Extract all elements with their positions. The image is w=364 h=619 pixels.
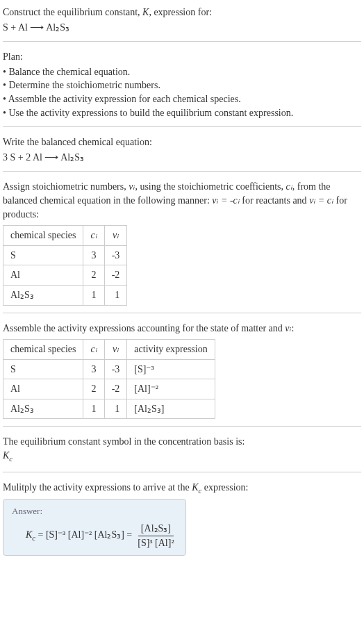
table-row: S 3 -3 [S]⁻³ bbox=[3, 359, 215, 379]
stoich-rel1: νᵢ = -cᵢ bbox=[212, 195, 240, 206]
cell-vi: -2 bbox=[104, 379, 127, 399]
activity-table: chemical species cᵢ νᵢ activity expressi… bbox=[3, 339, 215, 419]
kc-k: K bbox=[3, 450, 9, 461]
prompt-line: Construct the equilibrium constant, K, e… bbox=[3, 6, 361, 19]
multiply-kc: K bbox=[192, 482, 198, 493]
answer-eq-text: = [S]⁻³ [Al]⁻² [Al₂S₃] = bbox=[35, 529, 132, 540]
stoich-intro-2: , using the stoichiometric coefficients, bbox=[135, 181, 286, 192]
cell-ci: 2 bbox=[83, 265, 104, 286]
cell-species: Al bbox=[3, 265, 83, 286]
table-row: Al 2 -2 [Al]⁻² bbox=[3, 379, 215, 399]
cell-ci: 2 bbox=[83, 379, 104, 399]
symbol-section: The equilibrium constant symbol in the c… bbox=[3, 435, 361, 472]
stoich-intro-1: Assign stoichiometric numbers, bbox=[3, 181, 129, 192]
cell-ci: 1 bbox=[83, 285, 104, 305]
cell-species: Al₂S₃ bbox=[3, 285, 83, 305]
cell-species: S bbox=[3, 359, 83, 379]
th-ae: activity expression bbox=[127, 340, 215, 360]
activity-section: Assemble the activity expressions accoun… bbox=[3, 322, 361, 427]
th-ci: cᵢ bbox=[83, 340, 104, 360]
stoich-section: Assign stoichiometric numbers, νᵢ, using… bbox=[3, 180, 361, 313]
cell-species: S bbox=[3, 245, 83, 265]
answer-equation: Kc = [S]⁻³ [Al]⁻² [Al₂S₃] = [Al₂S₃] [S]³… bbox=[12, 522, 177, 550]
stoich-ci: cᵢ bbox=[286, 181, 292, 192]
cell-vi: -2 bbox=[104, 265, 127, 286]
plan-title: Plan: bbox=[3, 50, 361, 64]
fraction-denominator: [S]³ [Al]² bbox=[135, 536, 176, 550]
plan-item-3: • Assemble the activity expression for e… bbox=[3, 92, 361, 106]
cell-ae: [S]⁻³ bbox=[127, 359, 215, 379]
table-row: Al 2 -2 bbox=[3, 265, 127, 286]
stoich-intro: Assign stoichiometric numbers, νᵢ, using… bbox=[3, 180, 361, 221]
prompt-text-2: , expression for: bbox=[149, 7, 212, 17]
symbol-kc: Kc bbox=[3, 449, 361, 464]
stoich-intro-4: for reactants and bbox=[240, 195, 309, 206]
symbol-intro: The equilibrium constant symbol in the c… bbox=[3, 435, 361, 449]
answer-title: Answer: bbox=[12, 505, 177, 518]
cell-vi: -3 bbox=[104, 245, 127, 265]
plan-item-1: • Balance the chemical equation. bbox=[3, 65, 361, 79]
cell-ae: [Al₂S₃] bbox=[127, 399, 215, 419]
fraction-numerator: [Al₂S₃] bbox=[138, 522, 174, 536]
table-row: Al₂S₃ 1 1 bbox=[3, 285, 127, 305]
cell-ae: [Al]⁻² bbox=[127, 379, 215, 399]
stoich-table: chemical species cᵢ νᵢ S 3 -3 Al 2 -2 Al… bbox=[3, 225, 127, 305]
plan-section: Plan: • Balance the chemical equation. •… bbox=[3, 50, 361, 127]
table-row: S 3 -3 bbox=[3, 245, 127, 265]
kc-sub: c bbox=[9, 455, 13, 463]
answer-fraction: [Al₂S₃] [S]³ [Al]² bbox=[135, 522, 176, 550]
prompt-equation: S + Al ⟶ Al₂S₃ bbox=[3, 21, 361, 35]
table-header-row: chemical species cᵢ νᵢ bbox=[3, 226, 127, 246]
multiply-intro-1: Mulitply the activity expressions to arr… bbox=[3, 482, 192, 493]
prompt-section: Construct the equilibrium constant, K, e… bbox=[3, 6, 361, 42]
plan-item-2: • Determine the stoichiometric numbers. bbox=[3, 79, 361, 92]
cell-vi: 1 bbox=[104, 285, 127, 305]
multiply-intro-2: expression: bbox=[201, 482, 248, 493]
prompt-K: K bbox=[142, 7, 149, 17]
cell-species: Al₂S₃ bbox=[3, 399, 83, 419]
balanced-intro: Write the balanced chemical equation: bbox=[3, 135, 361, 149]
prompt-text-1: Construct the equilibrium constant, bbox=[3, 7, 142, 17]
cell-ci: 3 bbox=[83, 245, 104, 265]
cell-ci: 1 bbox=[83, 399, 104, 419]
balanced-equation: 3 S + 2 Al ⟶ Al₂S₃ bbox=[3, 151, 361, 165]
activity-intro-2: : bbox=[292, 323, 295, 333]
th-vi: νᵢ bbox=[104, 226, 127, 246]
th-species: chemical species bbox=[3, 226, 83, 246]
answer-lhs: Kc = [S]⁻³ [Al]⁻² [Al₂S₃] = bbox=[26, 528, 132, 543]
multiply-intro: Mulitply the activity expressions to arr… bbox=[3, 481, 361, 496]
cell-vi: 1 bbox=[104, 399, 127, 419]
activity-nu: νᵢ bbox=[285, 323, 291, 333]
stoich-rel2: νᵢ = cᵢ bbox=[309, 195, 333, 206]
activity-intro: Assemble the activity expressions accoun… bbox=[3, 322, 361, 336]
answer-box: Answer: Kc = [S]⁻³ [Al]⁻² [Al₂S₃] = [Al₂… bbox=[3, 499, 186, 556]
answer-kc: K bbox=[26, 529, 32, 540]
th-vi: νᵢ bbox=[104, 340, 127, 360]
balanced-section: Write the balanced chemical equation: 3 … bbox=[3, 135, 361, 172]
multiply-section: Mulitply the activity expressions to arr… bbox=[3, 481, 361, 563]
plan-item-4: • Use the activity expressions to build … bbox=[3, 106, 361, 120]
cell-species: Al bbox=[3, 379, 83, 399]
th-species: chemical species bbox=[3, 340, 83, 360]
cell-vi: -3 bbox=[104, 359, 127, 379]
table-header-row: chemical species cᵢ νᵢ activity expressi… bbox=[3, 340, 215, 360]
cell-ci: 3 bbox=[83, 359, 104, 379]
table-row: Al₂S₃ 1 1 [Al₂S₃] bbox=[3, 399, 215, 419]
activity-intro-1: Assemble the activity expressions accoun… bbox=[3, 323, 285, 333]
th-ci: cᵢ bbox=[83, 226, 104, 246]
